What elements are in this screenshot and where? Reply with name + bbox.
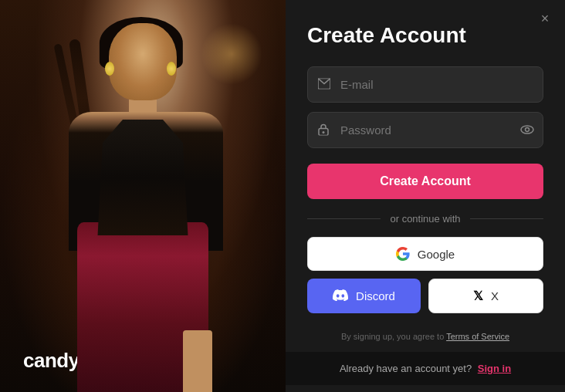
form-title: Create Account: [307, 23, 543, 48]
close-button[interactable]: ×: [536, 9, 554, 28]
divider-line-left: [307, 218, 381, 219]
create-account-panel: × Create Account Create Ac: [286, 0, 565, 392]
person-illustration: [0, 0, 286, 392]
email-input[interactable]: [307, 66, 543, 103]
discord-button-label: Discord: [356, 289, 395, 302]
svg-point-3: [521, 126, 533, 133]
discord-signin-button[interactable]: Discord: [307, 279, 421, 313]
divider-line-right: [470, 218, 543, 219]
email-input-group: [307, 66, 543, 103]
social-buttons-row: Discord 𝕏 X: [307, 279, 543, 321]
hero-image-panel: candy.ai: [0, 0, 286, 392]
terms-text: By signing up, you agree to Terms of Ser…: [307, 332, 543, 341]
password-input-group: [307, 112, 543, 148]
create-account-button[interactable]: Create Account: [307, 164, 543, 199]
x-button-label: X: [491, 289, 499, 302]
lock-icon: [318, 123, 329, 137]
x-signin-button[interactable]: 𝕏 X: [428, 279, 543, 313]
discord-icon: [333, 289, 348, 303]
signin-footer: Already have an account yet? Sign in: [286, 352, 565, 385]
divider: or continue with: [307, 213, 543, 225]
google-signin-button[interactable]: Google: [307, 237, 543, 271]
x-logo-icon: 𝕏: [473, 289, 483, 303]
email-icon: [318, 78, 330, 91]
signin-prompt-text: Already have an account yet?: [340, 363, 472, 374]
terms-of-service-link[interactable]: Terms of Service: [446, 332, 509, 341]
divider-text: or continue with: [390, 213, 460, 225]
google-button-label: Google: [418, 248, 455, 261]
svg-point-2: [323, 131, 325, 133]
password-input[interactable]: [307, 112, 543, 148]
brand-name-plain: candy.: [23, 349, 83, 372]
toggle-password-button[interactable]: [520, 123, 534, 137]
signin-link[interactable]: Sign in: [478, 363, 511, 374]
svg-point-4: [526, 127, 529, 131]
google-logo-icon: [396, 247, 410, 261]
